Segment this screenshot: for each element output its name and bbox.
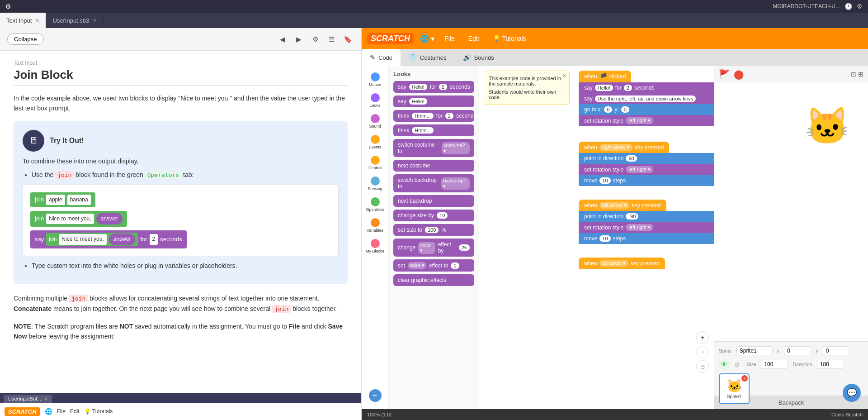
tab-sounds[interactable]: 🔊 Sounds xyxy=(455,49,502,66)
hat-block-flag[interactable]: when 🏴 clicked xyxy=(579,71,631,82)
say-block-1[interactable]: say Hello! for 2 seconds xyxy=(579,82,714,93)
category-variables[interactable]: Variables xyxy=(363,215,388,235)
zoom-in-button[interactable]: + xyxy=(696,331,709,344)
add-extension-button[interactable]: + xyxy=(365,386,385,406)
palette-block-switch-backdrop[interactable]: switch backdrop to backdrop1 ▾ xyxy=(393,174,474,192)
y-coord-label: y xyxy=(816,348,818,353)
move-10-l[interactable]: move 10 steps xyxy=(579,233,714,244)
hat-block-right[interactable]: when right arrow ▾ key pressed xyxy=(579,142,669,153)
fullscreen-button[interactable]: ⊞ xyxy=(858,71,863,78)
bookmark-icon[interactable]: 🔖 xyxy=(341,33,354,46)
size-input[interactable] xyxy=(761,360,788,369)
goto-block[interactable]: go to x: 0 y: 0 xyxy=(579,104,714,115)
mini-tab-userinput[interactable]: UserInputSol... ✕ xyxy=(4,395,52,403)
palette-title: Looks xyxy=(393,71,474,77)
tab-userinput-close[interactable]: ✕ xyxy=(93,18,97,24)
sprite-name-input[interactable] xyxy=(736,346,773,355)
rotation-block-1[interactable]: set rotation style left-right ▾ xyxy=(579,115,714,126)
sprite-thumb-sprite1[interactable]: 🐱 Sprite1 × xyxy=(719,373,750,404)
category-sensing[interactable]: Sensing xyxy=(363,174,388,194)
tutorials-menu[interactable]: 💡 Tutorials xyxy=(489,33,530,44)
tab-costumes[interactable]: 👕 Costumes xyxy=(401,49,455,66)
sensing-label: Sensing xyxy=(368,186,382,191)
tab-text-input[interactable]: Text Input ✕ xyxy=(0,13,46,28)
category-operators[interactable]: Operators xyxy=(363,195,388,215)
costume-dropdown[interactable]: costume2 ▾ xyxy=(442,142,470,154)
chat-badge-button[interactable]: 💬 xyxy=(843,384,861,402)
up-arrow-dropdown[interactable]: up arrow ▾ xyxy=(599,260,628,267)
mini-tabs-row: UserInputSol... ✕ xyxy=(0,393,361,403)
left-arrow-dropdown[interactable]: left arrow ▾ xyxy=(599,202,629,209)
mini-file-label[interactable]: File xyxy=(57,408,66,415)
show-button[interactable]: 👁 xyxy=(719,359,730,370)
scratch-tab-bar: ✎ Code 👕 Costumes 🔊 Sounds xyxy=(362,49,868,66)
direction-input[interactable] xyxy=(817,360,844,369)
try-it-body: To combine these into one output display… xyxy=(23,156,339,271)
category-sound[interactable]: Sound xyxy=(363,111,388,131)
color-dropdown[interactable]: color ▾ xyxy=(418,242,435,254)
y-coord-input[interactable] xyxy=(823,346,850,355)
green-flag-button[interactable]: 🚩 xyxy=(719,69,730,80)
globe-icon[interactable]: 🌐 ▾ xyxy=(420,34,434,43)
rotation-block-r[interactable]: set rotation style left-right ▾ xyxy=(579,164,714,175)
palette-block-clear-effects[interactable]: clear graphic effects xyxy=(393,274,474,286)
palette-block-think-for[interactable]: think Hmm... for 2 seconds xyxy=(393,110,474,122)
hide-button[interactable]: ⊘ xyxy=(731,359,742,370)
hat-block-left[interactable]: when left arrow ▾ key pressed xyxy=(579,200,666,211)
scratch-cat-sprite: 🐱 xyxy=(805,105,850,148)
clicked-label: clicked xyxy=(609,73,626,80)
top-bar-left: ⊙ xyxy=(5,3,11,10)
palette-block-next-costume[interactable]: next costume xyxy=(393,160,474,172)
mini-tutorials-label[interactable]: 💡 Tutorials xyxy=(84,408,113,415)
point-dir-90[interactable]: point in direction 90 xyxy=(579,153,714,164)
point-dir-neg90[interactable]: point in direction -90 xyxy=(579,211,714,222)
edit-menu[interactable]: Edit xyxy=(465,33,483,44)
codio-logo: ⊙ xyxy=(5,3,11,10)
join-code-inline-3: join xyxy=(272,305,291,313)
palette-block-next-backdrop[interactable]: next backdrop xyxy=(393,195,474,207)
looks-dot xyxy=(371,93,380,102)
next-page-button[interactable]: ▶ xyxy=(292,33,305,46)
stop-button[interactable]: ⬤ xyxy=(734,69,744,80)
block-categories: Motion Looks Sound Events Control xyxy=(362,66,389,409)
palette-block-say[interactable]: say Hello! xyxy=(393,95,474,107)
tab-userinput[interactable]: UserInput.sb3 ✕ xyxy=(46,13,104,28)
category-control[interactable]: Control xyxy=(363,153,388,173)
tooltip-text-1: This example code is provided in the sam… xyxy=(489,76,565,86)
category-events[interactable]: Events xyxy=(363,132,388,152)
menu-button[interactable]: ☰ xyxy=(325,33,338,46)
palette-block-change-color[interactable]: change color ▾ effect by 25 xyxy=(393,239,474,257)
palette-block-change-size[interactable]: change size by 10 xyxy=(393,210,474,221)
tooltip-close[interactable]: ✕ xyxy=(562,73,566,79)
hat-block-up[interactable]: when up arrow ▾ key pressed xyxy=(579,258,665,269)
color-dropdown-2[interactable]: color ▾ xyxy=(408,262,426,269)
mini-edit-label[interactable]: Edit xyxy=(70,408,80,415)
category-myblocks[interactable]: My Blocks xyxy=(363,236,388,256)
palette-block-set-size[interactable]: set size to 100 % xyxy=(393,224,474,236)
right-arrow-dropdown[interactable]: right arrow ▾ xyxy=(599,144,632,151)
tab-text-input-close[interactable]: ✕ xyxy=(35,18,39,24)
category-looks[interactable]: Looks xyxy=(363,91,388,110)
palette-block-set-color[interactable]: set color ▾ effect to 0 xyxy=(393,259,474,272)
x-coord-input[interactable] xyxy=(784,346,811,355)
zoom-reset-button[interactable]: ⊟ xyxy=(696,360,709,373)
palette-block-think[interactable]: think Hmm... xyxy=(393,124,474,136)
palette-block-say-for[interactable]: say Hello! for 2 seconds xyxy=(393,81,474,93)
category-motion[interactable]: Motion xyxy=(363,70,388,90)
set-label: set xyxy=(398,262,405,269)
file-menu[interactable]: File xyxy=(441,33,458,44)
prev-page-button[interactable]: ◀ xyxy=(276,33,289,46)
backdrop-dropdown[interactable]: backdrop1 ▾ xyxy=(441,177,470,190)
move-10-r[interactable]: move 10 steps xyxy=(579,175,714,186)
rotation-block-l[interactable]: set rotation style left-right ▾ xyxy=(579,222,714,233)
settings-button[interactable]: ⚙ xyxy=(309,33,321,46)
zoom-out-button[interactable]: − xyxy=(696,346,709,358)
sprite-delete-button[interactable]: × xyxy=(741,375,748,382)
mini-tab-close[interactable]: ✕ xyxy=(44,396,47,401)
collapse-button[interactable]: Collapse xyxy=(7,33,44,45)
tab-code[interactable]: ✎ Code xyxy=(362,49,401,66)
palette-block-switch-costume[interactable]: switch costume to costume2 ▾ xyxy=(393,139,474,157)
say-block-2[interactable]: say Use the right, left, up, and down ar… xyxy=(579,93,714,104)
small-stage-button[interactable]: ⊡ xyxy=(851,71,856,78)
left-panel: Collapse ◀ ▶ ⚙ ☰ 🔖 Text Input Join Block… xyxy=(0,28,362,420)
